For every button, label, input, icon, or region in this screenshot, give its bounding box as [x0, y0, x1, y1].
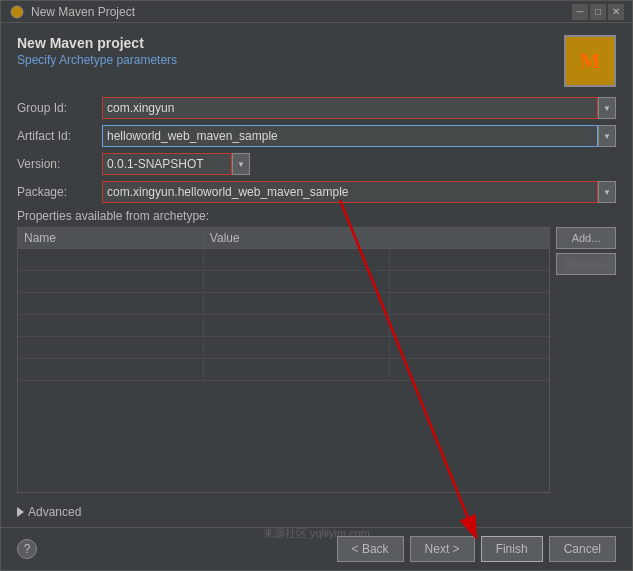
properties-table: Name Value	[17, 227, 550, 493]
col-value-header: Value	[204, 228, 390, 248]
artifact-id-row: Artifact Id: ▼	[17, 125, 616, 147]
remove-button[interactable]: Remove	[556, 253, 616, 275]
maven-logo: M	[564, 35, 616, 87]
add-button[interactable]: Add...	[556, 227, 616, 249]
footer: ? < Back Next > Finish Cancel	[1, 527, 632, 570]
svg-point-0	[11, 6, 23, 18]
footer-buttons: < Back Next > Finish Cancel	[337, 536, 616, 562]
advanced-triangle-icon	[17, 507, 24, 517]
col-name-header: Name	[18, 228, 204, 248]
back-button[interactable]: < Back	[337, 536, 404, 562]
table-action-buttons: Add... Remove	[556, 227, 616, 493]
group-id-label: Group Id:	[17, 101, 102, 115]
artifact-id-dropdown[interactable]: ▼	[598, 125, 616, 147]
table-body	[18, 249, 549, 492]
group-id-input[interactable]	[102, 97, 598, 119]
package-input[interactable]	[102, 181, 598, 203]
package-dropdown[interactable]: ▼	[598, 181, 616, 203]
version-input[interactable]	[102, 153, 232, 175]
finish-button[interactable]: Finish	[481, 536, 543, 562]
advanced-section[interactable]: Advanced	[17, 505, 616, 519]
help-button[interactable]: ?	[17, 539, 37, 559]
properties-section: Name Value Add... Remove	[17, 227, 616, 493]
close-button[interactable]: ✕	[608, 4, 624, 20]
properties-label: Properties available from archetype:	[17, 209, 616, 223]
minimize-button[interactable]: ─	[572, 4, 588, 20]
table-row	[18, 293, 549, 315]
table-row	[18, 271, 549, 293]
page-title: New Maven project	[17, 35, 177, 51]
header-section: New Maven project Specify Archetype para…	[17, 35, 616, 87]
window-icon	[9, 4, 25, 20]
group-id-row: Group Id: ▼	[17, 97, 616, 119]
col-empty-header	[390, 228, 549, 248]
table-row	[18, 315, 549, 337]
window-title: New Maven Project	[31, 5, 572, 19]
next-button[interactable]: Next >	[410, 536, 475, 562]
page-subtitle: Specify Archetype parameters	[17, 53, 177, 67]
artifact-id-label: Artifact Id:	[17, 129, 102, 143]
advanced-label: Advanced	[28, 505, 81, 519]
version-row: Version: ▼	[17, 153, 616, 175]
group-id-dropdown[interactable]: ▼	[598, 97, 616, 119]
title-bar: New Maven Project ─ □ ✕	[1, 1, 632, 23]
package-row: Package: ▼	[17, 181, 616, 203]
version-label: Version:	[17, 157, 102, 171]
content-area: New Maven project Specify Archetype para…	[1, 23, 632, 527]
cancel-button[interactable]: Cancel	[549, 536, 616, 562]
main-window: New Maven Project ─ □ ✕ New Maven projec…	[0, 0, 633, 571]
version-dropdown[interactable]: ▼	[232, 153, 250, 175]
table-row	[18, 249, 549, 271]
package-label: Package:	[17, 185, 102, 199]
artifact-id-input[interactable]	[102, 125, 598, 147]
table-row	[18, 359, 549, 381]
maximize-button[interactable]: □	[590, 4, 606, 20]
window-controls: ─ □ ✕	[572, 4, 624, 20]
header-text: New Maven project Specify Archetype para…	[17, 35, 177, 67]
table-header: Name Value	[18, 228, 549, 249]
footer-left: ?	[17, 539, 37, 559]
table-row	[18, 337, 549, 359]
